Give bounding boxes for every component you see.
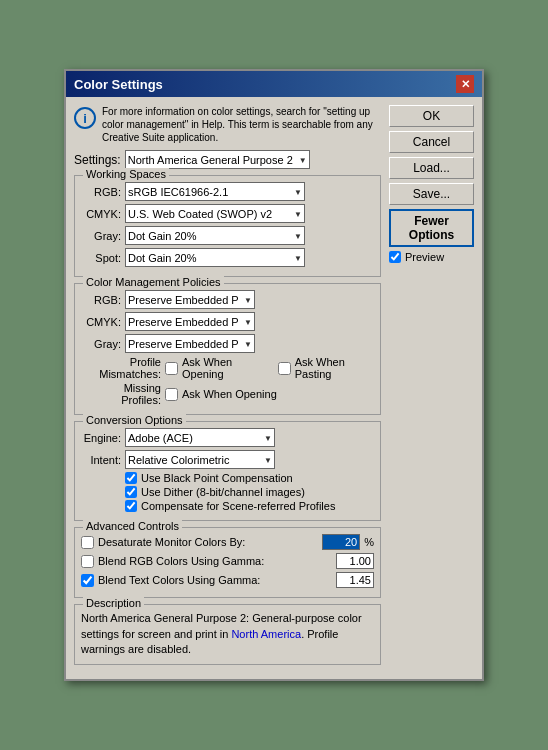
preview-checkbox[interactable] [389,251,401,263]
save-button[interactable]: Save... [389,183,474,205]
cm-rgb-row: RGB: Preserve Embedded Profiles [81,290,374,309]
color-settings-dialog: Color Settings ✕ i For more information … [64,69,484,680]
engine-row: Engine: Adobe (ACE) [81,428,374,447]
spot-select-wrap: Dot Gain 20% [125,248,305,267]
cancel-button[interactable]: Cancel [389,131,474,153]
blend-rgb-row: Blend RGB Colors Using Gamma: [81,553,374,569]
missing-row: Missing Profiles: Ask When Opening [81,382,374,406]
cm-cmyk-select-wrap: Preserve Embedded Profiles [125,312,255,331]
spot-select[interactable]: Dot Gain 20% [125,248,305,267]
ok-button[interactable]: OK [389,105,474,127]
load-button[interactable]: Load... [389,157,474,179]
cm-cmyk-select[interactable]: Preserve Embedded Profiles [125,312,255,331]
blend-text-checkbox[interactable] [81,574,94,587]
settings-label: Settings: [74,153,121,167]
ask-when-opening-mismatch-text: Ask When Opening [182,356,266,380]
cm-gray-select-wrap: Preserve Embedded Profiles [125,334,255,353]
advanced-group: Advanced Controls Desaturate Monitor Col… [74,527,381,598]
intent-select-wrap: Relative Colorimetric [125,450,275,469]
intent-select[interactable]: Relative Colorimetric [125,450,275,469]
use-black-checkbox[interactable] [125,472,137,484]
cm-gray-select[interactable]: Preserve Embedded Profiles [125,334,255,353]
description-group-label: Description [83,597,144,609]
compensate-text: Compensate for Scene-referred Profiles [141,500,335,512]
compensate-row: Compensate for Scene-referred Profiles [125,500,374,512]
use-dither-text: Use Dither (8-bit/channel images) [141,486,305,498]
dialog-title: Color Settings [74,77,163,92]
cm-gray-row: Gray: Preserve Embedded Profiles [81,334,374,353]
engine-select-wrap: Adobe (ACE) [125,428,275,447]
dialog-body: i For more information on color settings… [66,97,482,678]
close-button[interactable]: ✕ [456,75,474,93]
info-icon: i [74,107,96,129]
preview-label: Preview [405,251,444,263]
rgb-select[interactable]: sRGB IEC61966-2.1 [125,182,305,201]
description-group: Description North America General Purpos… [74,604,381,664]
intent-row: Intent: Relative Colorimetric [81,450,374,469]
desaturate-checkbox[interactable] [81,536,94,549]
blend-rgb-checkbox[interactable] [81,555,94,568]
advanced-label: Advanced Controls [83,520,182,532]
cm-gray-label: Gray: [81,338,121,350]
blend-text-label: Blend Text Colors Using Gamma: [98,574,332,586]
gray-field-row: Gray: Dot Gain 20% [81,226,374,245]
mismatches-row: Profile Mismatches: Ask When Opening Ask… [81,356,374,380]
blend-text-input[interactable] [336,572,374,588]
gray-select-wrap: Dot Gain 20% [125,226,305,245]
spot-label: Spot: [81,252,121,264]
fewer-options-button[interactable]: Fewer Options [389,209,474,247]
cm-rgb-select-wrap: Preserve Embedded Profiles [125,290,255,309]
rgb-field-row: RGB: sRGB IEC61966-2.1 [81,182,374,201]
rgb-select-wrap: sRGB IEC61966-2.1 [125,182,305,201]
cm-cmyk-label: CMYK: [81,316,121,328]
desaturate-unit: % [364,536,374,548]
working-spaces-group: Working Spaces RGB: sRGB IEC61966-2.1 CM… [74,175,381,277]
title-bar: Color Settings ✕ [66,71,482,97]
desaturate-row: Desaturate Monitor Colors By: % [81,534,374,550]
preview-row: Preview [389,251,474,263]
mismatches-label: Profile Mismatches: [81,356,161,380]
intent-label: Intent: [81,454,121,466]
gray-label: Gray: [81,230,121,242]
use-dither-checkbox[interactable] [125,486,137,498]
settings-select-wrap: North America General Purpose 2 [125,150,310,169]
desaturate-label: Desaturate Monitor Colors By: [98,536,318,548]
cm-cmyk-row: CMYK: Preserve Embedded Profiles [81,312,374,331]
cmyk-label: CMYK: [81,208,121,220]
ask-when-opening-missing-checkbox[interactable] [165,388,178,401]
spot-field-row: Spot: Dot Gain 20% [81,248,374,267]
use-black-row: Use Black Point Compensation [125,472,374,484]
color-management-label: Color Management Policies [83,276,224,288]
cmyk-select[interactable]: U.S. Web Coated (SWOP) v2 [125,204,305,223]
gray-select[interactable]: Dot Gain 20% [125,226,305,245]
use-black-text: Use Black Point Compensation [141,472,293,484]
info-row: i For more information on color settings… [74,105,381,144]
settings-select[interactable]: North America General Purpose 2 [125,150,310,169]
blend-rgb-label: Blend RGB Colors Using Gamma: [98,555,332,567]
blend-text-row: Blend Text Colors Using Gamma: [81,572,374,588]
conversion-group: Conversion Options Engine: Adobe (ACE) I… [74,421,381,521]
left-panel: i For more information on color settings… [74,105,381,670]
info-text: For more information on color settings, … [102,105,381,144]
working-spaces-label: Working Spaces [83,168,169,180]
ask-when-opening-mismatch-checkbox[interactable] [165,362,178,375]
missing-label: Missing Profiles: [81,382,161,406]
engine-label: Engine: [81,432,121,444]
ask-when-opening-missing-text: Ask When Opening [182,388,277,400]
ask-when-pasting-text: Ask When Pasting [295,356,374,380]
conversion-label: Conversion Options [83,414,186,426]
cmyk-field-row: CMYK: U.S. Web Coated (SWOP) v2 [81,204,374,223]
ask-when-pasting-checkbox[interactable] [278,362,291,375]
engine-select[interactable]: Adobe (ACE) [125,428,275,447]
color-management-group: Color Management Policies RGB: Preserve … [74,283,381,415]
desaturate-input[interactable] [322,534,360,550]
right-panel: OK Cancel Load... Save... Fewer Options … [389,105,474,670]
use-dither-row: Use Dither (8-bit/channel images) [125,486,374,498]
rgb-label: RGB: [81,186,121,198]
blend-rgb-input[interactable] [336,553,374,569]
description-text: North America General Purpose 2: General… [81,611,374,657]
settings-row: Settings: North America General Purpose … [74,150,381,169]
compensate-checkbox[interactable] [125,500,137,512]
cm-rgb-label: RGB: [81,294,121,306]
cm-rgb-select[interactable]: Preserve Embedded Profiles [125,290,255,309]
